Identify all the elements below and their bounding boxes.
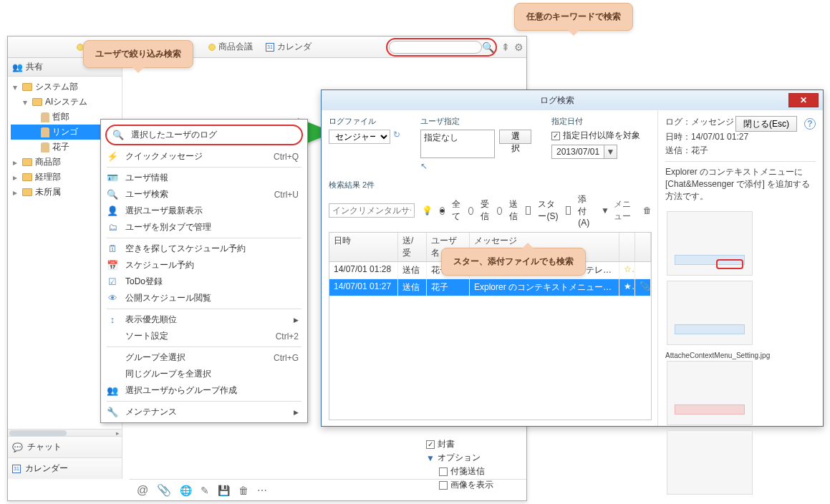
search-input[interactable] (389, 41, 482, 54)
cm-todo-register[interactable]: ☑ToDo登録 (101, 273, 307, 290)
checkbox-icon[interactable]: ✓ (551, 132, 560, 140)
attachment-filename: AttacheContextMenu_Setting.jpg (665, 352, 816, 359)
date-dropdown[interactable]: 2013/07/01 ▼ (551, 145, 652, 159)
tree-system-label: システム部 (35, 81, 78, 93)
thumbnail-image[interactable] (667, 281, 753, 345)
dot-icon (208, 44, 216, 51)
thumbnail-image[interactable] (667, 211, 753, 276)
sidebar-bottom: ◂▸ 💬チャット カレンダー (8, 425, 122, 479)
scroll-thumb[interactable] (9, 430, 67, 436)
incremental-search[interactable] (329, 203, 415, 218)
tree-system[interactable]: ▾システム部 (11, 79, 120, 94)
cm-schedule-find[interactable]: 🗓空きを探してスケジュール予約 (101, 241, 307, 257)
trash-icon[interactable]: 🗑 (238, 485, 248, 496)
table-row[interactable]: 14/07/01 01:27 送信 花子 Explorer のコンテキストメニュ… (329, 279, 651, 296)
cm-quick-message-label: クイックメッセージ (125, 150, 266, 163)
log-titlebar[interactable]: ログ検索 ✕ (322, 90, 823, 110)
help-icon[interactable]: ? (804, 118, 816, 130)
cm-separator (107, 401, 301, 402)
thumbnail-image[interactable] (667, 361, 753, 425)
tree-ai-system[interactable]: ▾AIシステム (11, 94, 120, 110)
radio-send[interactable] (497, 207, 502, 215)
cell-star[interactable]: ★ (619, 279, 635, 296)
cm-user-search-label: ユーザ検索 (125, 188, 267, 200)
cm-maintenance[interactable]: 🔧メンテナンス▶ (101, 404, 307, 420)
user-spec-box[interactable]: 指定なし (420, 130, 495, 158)
cm-schedule-find-label: 空きを探してスケジュール予約 (125, 243, 299, 255)
lbl-all: 全て (452, 198, 461, 223)
col-sr[interactable]: 送/受 (398, 233, 427, 261)
cm-display-priority[interactable]: ↕表示優先順位▶ (101, 311, 307, 328)
opt-sealed[interactable]: ✓封書 (426, 437, 526, 451)
tree-toggle-icon[interactable]: ▸ (11, 173, 19, 183)
cell-clip[interactable]: 📎 (635, 279, 651, 296)
clip-icon[interactable]: 📎 (157, 483, 171, 497)
tree-toggle-icon[interactable]: ▸ (11, 158, 19, 168)
chk-star[interactable] (526, 206, 531, 215)
radio-recv[interactable] (468, 207, 473, 215)
select-button[interactable]: 選択 (499, 130, 531, 144)
col-date[interactable]: 日時 (329, 233, 398, 261)
cm-sort-settings[interactable]: ソート設定Ctrl+2 (101, 328, 307, 344)
cell-date: 14/07/01 01:27 (329, 279, 398, 296)
cm-user-search[interactable]: 🔍ユーザ検索Ctrl+U (101, 186, 307, 203)
cell-clip[interactable] (635, 262, 651, 278)
tab-product[interactable]: 商品会議 (203, 39, 259, 55)
menu-right[interactable]: ▼メニュー🗑 (601, 198, 652, 223)
cell-star[interactable]: ☆ (619, 262, 635, 278)
cm-separator (107, 238, 301, 238)
gear-icon[interactable]: ⚙ (514, 42, 523, 53)
thumbnail-row-1 (665, 210, 816, 349)
opt-options[interactable]: ▼オプション (426, 451, 526, 465)
tree-toggle-icon[interactable]: ▾ (21, 97, 29, 107)
cm-schedule-reserve[interactable]: 📅スケジュール予約 (101, 257, 307, 273)
more-icon[interactable]: ⋯ (257, 485, 267, 496)
date-value[interactable]: 2013/07/01 (551, 145, 604, 159)
scroll-right-icon[interactable]: ▸ (113, 430, 122, 437)
refresh-icon[interactable]: ↻ (393, 130, 400, 144)
chevron-right-icon: ▶ (294, 409, 299, 416)
cm-selected-user-latest[interactable]: 👤選択ユーザ最新表示 (101, 203, 307, 219)
log-file-select[interactable]: センジャー (329, 130, 390, 144)
close-esc-button[interactable]: 閉じる(Esc) (735, 116, 797, 132)
callout-star-attach: スター、添付ファイルでも検索 (441, 248, 586, 276)
filter-row: 💡 全て 受信 送信 スター(S) 添付(A) ▼メニュー🗑 (329, 193, 652, 228)
date-dropdown-button[interactable]: ▼ (604, 145, 617, 159)
cm-user-info[interactable]: 🪪ユーザ情報 (101, 170, 307, 186)
sidebar-calendar[interactable]: カレンダー (8, 457, 122, 479)
bulb-icon[interactable]: 💡 (422, 205, 433, 215)
radio-all[interactable] (440, 207, 445, 215)
tree-product-label: 商品部 (35, 156, 61, 168)
globe-icon[interactable]: 🌐 (180, 485, 192, 496)
cm-quick-message[interactable]: ⚡クイックメッセージCtrl+Q (101, 148, 307, 165)
sidebar-scrollbar[interactable]: ◂▸ (8, 429, 122, 436)
date-checkbox-row[interactable]: ✓指定日付以降を対象 (551, 130, 652, 142)
cm-group-select-all[interactable]: グループ全選択Ctrl+G (101, 349, 307, 366)
cursor-icon: ↖ (420, 161, 531, 171)
search-icon[interactable]: 🔍 (482, 42, 494, 53)
opt-attach-send[interactable]: 付箋送信 (426, 465, 526, 478)
cm-manage-user-tab[interactable]: 🗂ユーザを別タブで管理 (101, 219, 307, 236)
tree-toggle-icon[interactable]: ▸ (11, 188, 19, 198)
at-icon[interactable]: @ (137, 484, 148, 497)
cm-create-group[interactable]: 👥選択ユーザからグループ作成 (101, 382, 307, 399)
cm-public-schedule[interactable]: 👁公開スケジュール閲覧 (101, 290, 307, 306)
close-button[interactable]: ✕ (788, 93, 819, 107)
trash-icon[interactable]: 🗑 (643, 205, 652, 215)
opt-options-label: オプション (438, 452, 481, 464)
edit-icon[interactable]: ✎ (201, 485, 209, 496)
tree-user-ringo-label: リンゴ (52, 126, 78, 138)
checkbox-icon[interactable] (439, 467, 448, 476)
arrow-up-icon[interactable]: ⇞ (501, 42, 510, 53)
sidebar-chat[interactable]: 💬チャット (8, 436, 122, 457)
section-date-spec: 指定日付 ✓指定日付以降を対象 2013/07/01 ▼ (551, 116, 652, 159)
tree-toggle-icon[interactable]: ▾ (11, 82, 19, 92)
tab-calendar[interactable]: カレンダ (260, 39, 317, 55)
cm-same-group-select[interactable]: 同じグループを全選択 (101, 366, 307, 382)
checkbox-icon[interactable]: ✓ (426, 440, 435, 449)
cm-selected-user-log[interactable]: 🔍選択したユーザのログ (105, 125, 303, 145)
cm-selected-user-log-label: 選択したユーザのログ (131, 129, 296, 141)
chk-attach[interactable] (566, 206, 571, 215)
save-icon[interactable]: 💾 (218, 485, 230, 496)
thumbnail-image[interactable] (667, 430, 753, 495)
